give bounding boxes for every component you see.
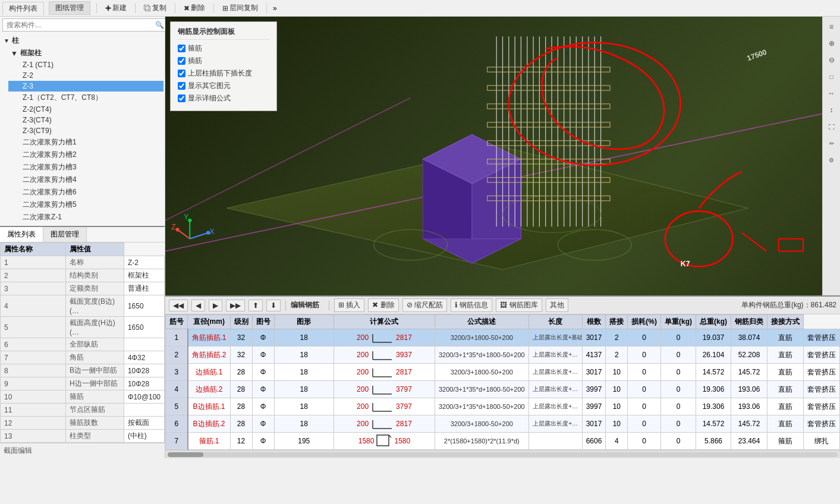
cell-total-wt: 52.208 <box>731 346 767 364</box>
tree-item-z3[interactable]: Z-3 <box>8 81 163 92</box>
top-tab-drawings[interactable]: 图纸管理 <box>49 1 90 15</box>
col-desc: 公式描述 <box>435 315 528 329</box>
rs-icon-9[interactable]: ⚙ <box>824 152 839 168</box>
viewport-3d[interactable]: 钢筋显示控制面板 箍筋 插筋 上层柱插筋下插长度 <box>165 17 840 295</box>
svg-line-53 <box>178 229 190 238</box>
btn-other[interactable]: 其他 <box>546 298 568 312</box>
nav-last-btn[interactable]: ▶▶ <box>226 300 245 311</box>
check-stirrup[interactable] <box>178 45 185 52</box>
check-insert[interactable] <box>178 57 185 65</box>
cell-count: 10 <box>606 398 628 415</box>
prop-row: 12 箍筋肢数 按截面 <box>1 417 165 430</box>
cell-loss: 0 <box>661 433 696 450</box>
rebar-table: 筋号 直径(mm) 级别 图号 图形 计算公式 公式描述 长度 根数 搭接 损耗 <box>165 314 840 450</box>
prop-row-id: 2 <box>1 269 66 282</box>
cell-figure: 18 <box>274 364 334 381</box>
rebar-table-wrap[interactable]: 筋号 直径(mm) 级别 图号 图形 计算公式 公式描述 长度 根数 搭接 损耗 <box>165 314 840 450</box>
btn-insert-rebar[interactable]: ⊞ 插入 <box>334 298 364 312</box>
check-show-formula[interactable] <box>178 94 185 102</box>
prop-table: 属性名称 属性值 1 名称 Z-2 2 结构类别 框架柱 3 定额类别 普通柱 … <box>0 242 165 443</box>
btn-delete[interactable]: ✖ 删除 <box>181 2 207 14</box>
bottom-scrollbar[interactable] <box>165 450 840 458</box>
cell-diameter: 28 <box>230 364 252 381</box>
nav-first-btn[interactable]: ◀◀ <box>169 300 188 311</box>
cell-unit-wt: 19.037 <box>696 329 731 346</box>
top-tab-components[interactable]: 构件列表 <box>2 2 44 15</box>
prop-tab-attributes[interactable]: 属性列表 <box>0 227 43 242</box>
table-row[interactable]: 2 角筋插筋.2 32 Φ 18 200 3937 3200/3+1*35*d+… <box>166 346 840 364</box>
prop-row-name: 名称 <box>66 256 124 269</box>
rs-icon-7[interactable]: ⛶ <box>824 119 839 134</box>
rs-icon-8[interactable]: ✏ <box>824 136 839 151</box>
check-show-others-label: 显示其它图元 <box>188 81 231 91</box>
table-row[interactable]: 3 边插筋.1 28 Φ 18 200 2817 3200/3+1800-50+… <box>166 364 840 381</box>
tree-item-z1-ct2[interactable]: Z-1（CT2、CT7、CT8） <box>8 92 163 104</box>
prop-row-value: 1650 <box>124 295 164 317</box>
tree-item-grout5[interactable]: 二次灌浆剪力槽5 <box>8 199 163 211</box>
cell-desc: 上层露出长度+基础厚度-保护…计… <box>528 329 582 346</box>
tree-item-grout4[interactable]: 二次灌浆剪力槽4 <box>8 174 163 186</box>
check-show-others[interactable] <box>178 82 185 90</box>
search-input[interactable] <box>3 19 155 31</box>
tree-item-grout1[interactable]: 二次灌浆剪力槽1 <box>8 136 163 149</box>
rs-icon-2[interactable]: ⊕ <box>824 36 839 51</box>
tree-item-z1-ct1[interactable]: Z-1 (CT1) <box>8 59 163 70</box>
tree-item-grout3[interactable]: 二次灌浆剪力槽3 <box>8 161 163 174</box>
btn-copy[interactable]: ⿻ 复制 <box>141 2 169 14</box>
cell-total-wt: 145.72 <box>731 415 767 433</box>
nav-down-btn[interactable]: ⬇ <box>266 300 281 311</box>
table-row[interactable]: 5 B边插筋.1 28 Φ 18 200 3797 3200/3+1*35*d+… <box>166 398 840 415</box>
nav-prev-btn[interactable]: ◀ <box>191 300 205 311</box>
tree-item-grout6[interactable]: 二次灌浆剪力槽6 <box>8 186 163 199</box>
rs-icon-5[interactable]: ↔ <box>824 86 839 101</box>
prop-tab-layers[interactable]: 图层管理 <box>43 227 87 242</box>
tree-item-z3-ct4[interactable]: Z-3(CT4) <box>8 115 163 125</box>
table-row[interactable]: 6 B边插筋.2 28 Φ 18 200 2817 3200/3+1800-50… <box>166 415 840 433</box>
cell-lap: 0 <box>628 433 661 450</box>
table-row[interactable]: 7 箍筋.1 12 Φ 195 1580 1580 2*(1580+1580)*… <box>166 433 840 450</box>
rs-icon-3[interactable]: ⊖ <box>824 52 839 68</box>
cell-unit-wt: 19.306 <box>696 381 731 398</box>
svg-text:K7: K7 <box>681 260 690 268</box>
prop-row-id: 11 <box>1 404 66 417</box>
btn-scale-rebar[interactable]: ⊘ 缩尺配筋 <box>402 298 447 312</box>
tree-group-column-header[interactable]: ▼ 柱 <box>1 34 163 47</box>
prop-row: 4 截面宽度(B边)(… 1650 <box>1 295 165 317</box>
tree-item-z3-ct9[interactable]: Z-3(CT9) <box>8 125 163 136</box>
svg-text:Y: Y <box>184 213 188 221</box>
scroll-thumb[interactable] <box>168 452 203 457</box>
right-sidebar: ≡ ⊕ ⊖ □ ↔ ↕ ⛶ ✏ ⚙ <box>822 17 840 295</box>
btn-rebar-gallery[interactable]: 🖼 钢筋图库 <box>496 298 542 312</box>
tree-item-groutz1[interactable]: 二次灌浆Z-1 <box>8 211 163 223</box>
btn-delete-rebar[interactable]: ✖ 删除 <box>368 298 398 312</box>
btn-new[interactable]: ✚ 新建 <box>103 2 129 14</box>
prop-panel: 属性列表 图层管理 属性名称 属性值 1 名称 Z-2 2 结构类别 框架柱 3… <box>0 226 165 458</box>
cell-loss: 0 <box>661 381 696 398</box>
check-stirrup-label: 箍筋 <box>188 43 202 53</box>
prop-row-value: 10Φ28 <box>124 377 164 390</box>
prop-row-name: 柱类型 <box>66 430 124 443</box>
check-upper-insert[interactable] <box>178 70 185 77</box>
prop-footer-edit[interactable]: 截面编辑 <box>0 443 165 458</box>
cell-loss: 0 <box>661 364 696 381</box>
tree-item-grout2[interactable]: 二次灌浆剪力槽2 <box>8 149 163 161</box>
tree-item-z2[interactable]: Z-2 <box>8 70 163 81</box>
tree-item-z2-ct4[interactable]: Z-2(CT4) <box>8 104 163 115</box>
cell-connect: 套管挤压 <box>804 398 840 415</box>
btn-rebar-info[interactable]: ℹ 钢筋信息 <box>451 298 492 312</box>
rs-icon-4[interactable]: □ <box>824 69 839 84</box>
svg-line-49 <box>190 232 208 238</box>
sep2 <box>135 4 136 13</box>
nav-next-btn[interactable]: ▶ <box>209 300 222 311</box>
cell-length: 3017 <box>582 364 606 381</box>
table-row[interactable]: 4 边插筋.2 28 Φ 18 200 3797 3200/3+1*35*d+1… <box>166 381 840 398</box>
rs-icon-1[interactable]: ≡ <box>824 19 839 34</box>
prop-row-id: 1 <box>1 256 66 269</box>
cell-category: 直筋 <box>767 381 804 398</box>
table-row[interactable]: 1 角筋插筋.1 32 Φ 18 200 2817 3200/3+1800-50… <box>166 329 840 346</box>
rs-icon-6[interactable]: ↕ <box>824 102 839 118</box>
tree-subgroup-frame-header[interactable]: ▼ 框架柱 <box>8 47 163 59</box>
nav-up-btn[interactable]: ⬆ <box>248 300 263 311</box>
btn-floor-copy[interactable]: ⊞ 层间复制 <box>220 2 260 14</box>
more-btn[interactable]: » <box>273 4 277 12</box>
